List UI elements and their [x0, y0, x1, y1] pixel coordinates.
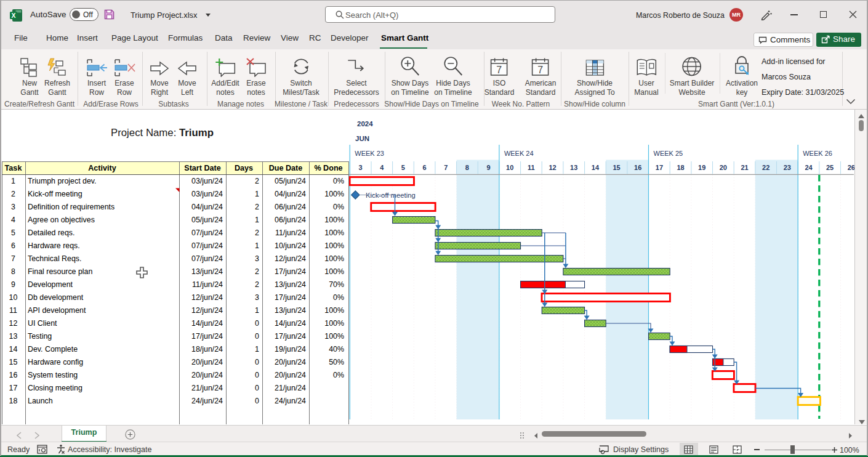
svg-text:4: 4 — [380, 164, 384, 171]
svg-text:25: 25 — [826, 164, 834, 171]
svg-text:16: 16 — [634, 164, 641, 171]
svg-text:18: 18 — [677, 164, 684, 171]
svg-text:WEEK 26: WEEK 26 — [803, 150, 832, 157]
svg-text:8: 8 — [465, 164, 469, 171]
svg-text:X: X — [11, 12, 15, 19]
svg-text:6: 6 — [423, 164, 427, 171]
svg-text:20: 20 — [720, 164, 727, 171]
svg-text:WEEK 25: WEEK 25 — [654, 150, 683, 157]
svg-text:22: 22 — [762, 164, 770, 171]
svg-text:19: 19 — [698, 164, 705, 171]
svg-text:23: 23 — [784, 164, 791, 171]
svg-text:JUN: JUN — [355, 135, 369, 142]
svg-text:5: 5 — [401, 164, 405, 171]
svg-text:WEEK 23: WEEK 23 — [355, 150, 384, 157]
svg-text:13: 13 — [570, 164, 577, 171]
svg-text:12: 12 — [549, 164, 556, 171]
svg-text:3: 3 — [359, 164, 363, 171]
svg-text:2024: 2024 — [357, 120, 373, 127]
svg-text:15: 15 — [613, 164, 620, 171]
svg-text:WEEK 24: WEEK 24 — [504, 150, 534, 157]
svg-text:11: 11 — [528, 164, 535, 171]
svg-text:7: 7 — [538, 65, 544, 75]
svg-text:9: 9 — [487, 164, 491, 171]
svg-text:24: 24 — [805, 164, 813, 171]
svg-text:14: 14 — [592, 164, 600, 171]
svg-text:17: 17 — [656, 164, 663, 171]
svg-text:21: 21 — [741, 164, 748, 171]
svg-text:7: 7 — [497, 65, 502, 75]
svg-text:10: 10 — [506, 164, 513, 171]
svg-text:7: 7 — [444, 164, 448, 171]
